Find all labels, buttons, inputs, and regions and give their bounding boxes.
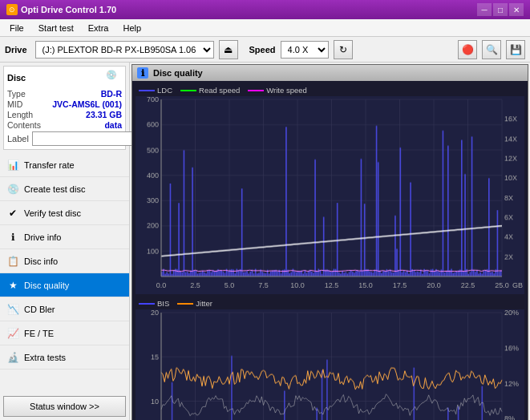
mid-value: JVC-AMS6L (001) [52,99,122,109]
disc-quality-panel: ℹ Disc quality LDC Read speed [131,64,528,420]
chart2-legend: BIS Jitter [136,297,524,309]
type-value: BD-R [101,89,122,99]
length-label: Length [7,110,33,119]
main-layout: Disc 💿 Type BD-R MID JVC-AMS6L (001) Len… [0,63,530,420]
chart1-area [136,96,524,294]
verify-test-icon: ✔ [6,207,19,220]
legend-bis: BIS [139,299,169,308]
disc-type-row: Type BD-R [7,89,122,99]
speed-label: Speed [249,45,276,55]
nav-item-fe-te[interactable]: 📈 FE / TE [0,321,129,345]
menu-item-help[interactable]: Help [116,22,148,34]
menu-item-file[interactable]: File [3,22,30,34]
disc-mid-row: MID JVC-AMS6L (001) [7,99,122,109]
disc-length-row: Length 23.31 GB [7,110,122,119]
menu-item-extra[interactable]: Extra [82,22,115,34]
disc-quality-icon: ★ [6,279,19,292]
contents-value: data [104,120,122,130]
disc-panel-header: Disc 💿 [7,70,122,86]
read-legend-label: Read speed [199,86,240,95]
menu-bar: FileStart testExtraHelp [0,19,530,37]
chart1-legend: LDC Read speed Write speed [136,84,524,96]
chart1-container: LDC Read speed Write speed [136,84,524,294]
mid-label: MID [7,99,22,109]
nav-item-cd-bler[interactable]: 📉 CD Bler [0,297,129,321]
nav-item-transfer-rate-label: Transfer rate [24,160,75,170]
status-window-button[interactable]: Status window >> [3,396,126,417]
cd-bler-icon: 📉 [6,303,19,316]
eject-button[interactable]: ⏏ [219,40,238,59]
nav-item-fe-te-label: FE / TE [24,329,54,338]
maximize-button[interactable]: □ [493,3,508,16]
content-area: ℹ Disc quality LDC Read speed [130,63,530,420]
extra-tests-icon: 🔬 [6,351,19,364]
drive-toolbar: Drive (J:) PLEXTOR BD-R PX-LB950SA 1.06 … [0,37,530,63]
nav-item-disc-quality[interactable]: ★ Disc quality [0,273,129,297]
write-legend-label: Write speed [266,86,307,95]
save-button[interactable]: 💾 [506,40,525,59]
ldc-chart [136,96,524,294]
burn-button[interactable]: 🔴 [458,40,477,59]
nav-item-verify-test-label: Verify test disc [24,208,81,218]
nav-item-extra-tests[interactable]: 🔬 Extra tests [0,345,129,370]
chart2-container: BIS Jitter [136,297,524,420]
minimize-button[interactable]: ─ [477,3,492,16]
quality-title: Disc quality [153,68,203,78]
drive-info-icon: ℹ [6,231,19,244]
type-label: Type [7,89,26,99]
legend-write: Write speed [248,86,307,95]
charts-area: LDC Read speed Write speed [132,81,528,420]
nav-item-disc-quality-label: Disc quality [24,281,69,290]
transfer-rate-icon: 📊 [6,159,19,172]
scan-button[interactable]: 🔍 [482,40,501,59]
nav-item-verify-test[interactable]: ✔ Verify test disc [0,201,129,225]
title-bar: ⊙ Opti Drive Control 1.70 ─ □ ✕ [0,0,530,19]
bis-legend-label: BIS [157,299,169,308]
bis-legend-dot [139,303,155,305]
nav-item-extra-tests-label: Extra tests [24,353,66,362]
drive-label: Drive [5,45,27,55]
disc-panel-title: Disc [7,73,26,83]
legend-ldc: LDC [139,86,172,95]
quality-header: ℹ Disc quality [132,65,528,81]
legend-read: Read speed [180,86,240,95]
menu-item-start-test[interactable]: Start test [32,22,80,34]
nav-item-create-test[interactable]: 💿 Create test disc [0,177,129,201]
sidebar: Disc 💿 Type BD-R MID JVC-AMS6L (001) Len… [0,63,130,420]
legend-jitter: Jitter [177,299,212,308]
jitter-legend-label: Jitter [196,299,212,308]
create-test-icon: 💿 [6,183,19,196]
app-title: Opti Drive Control 1.70 [21,5,116,14]
nav-item-transfer-rate[interactable]: 📊 Transfer rate [0,153,129,177]
contents-label: Contents [7,120,41,130]
disc-label-row: Label ✎ [7,131,122,146]
length-value: 23.31 GB [86,110,122,119]
disc-icon: 💿 [106,70,122,86]
quality-header-icon: ℹ [137,67,148,79]
ldc-legend-label: LDC [157,86,172,95]
jitter-legend-dot [177,303,193,305]
disc-label-label: Label [7,134,29,143]
label-input[interactable] [32,131,139,146]
nav-item-create-test-label: Create test disc [24,184,85,194]
nav-item-drive-info-label: Drive info [24,232,61,242]
ldc-legend-dot [139,90,155,91]
refresh-button[interactable]: ↻ [334,40,353,59]
bis-chart [136,309,524,420]
nav-item-disc-info-label: Disc info [24,256,58,266]
nav-item-drive-info[interactable]: ℹ Drive info [0,225,129,249]
app-icon: ⊙ [6,4,18,15]
write-legend-dot [248,90,264,91]
speed-select[interactable]: 4.0 X [281,41,329,59]
read-legend-dot [180,90,196,91]
close-button[interactable]: ✕ [509,3,524,16]
nav-item-disc-info[interactable]: 📋 Disc info [0,249,129,273]
drive-select[interactable]: (J:) PLEXTOR BD-R PX-LB950SA 1.06 [35,41,214,59]
nav-items: 📊 Transfer rate 💿 Create test disc ✔ Ver… [0,153,129,370]
title-bar-left: ⊙ Opti Drive Control 1.70 [6,4,116,15]
fe-te-icon: 📈 [6,327,19,340]
disc-contents-row: Contents data [7,120,122,130]
disc-panel: Disc 💿 Type BD-R MID JVC-AMS6L (001) Len… [3,66,126,150]
disc-info-icon: 📋 [6,255,19,268]
nav-item-cd-bler-label: CD Bler [24,305,55,314]
